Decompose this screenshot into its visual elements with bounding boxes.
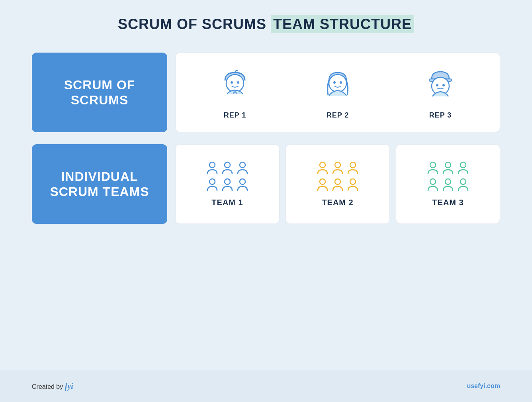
svg-point-14 — [225, 179, 230, 184]
team1-person-icon — [206, 178, 219, 192]
team3-person-icon — [426, 161, 439, 175]
rep2-label: REP 2 — [327, 111, 349, 120]
team-cards-container: TEAM 1 — [175, 144, 500, 224]
svg-point-20 — [335, 179, 340, 184]
team1-person-icon — [236, 161, 249, 175]
footer-brand: fyi — [65, 382, 73, 390]
main-content: SCRUM OF SCRUMS TEAM STRUCTURE SCRUM OFS… — [0, 0, 532, 370]
svg-point-25 — [430, 179, 436, 184]
svg-point-8 — [436, 84, 438, 86]
individual-scrum-teams-label: INDIVIDUALSCRUM TEAMS — [50, 169, 149, 200]
team3-person-icon — [442, 161, 454, 175]
team3-label: TEAM 3 — [432, 198, 464, 207]
team1-label: TEAM 1 — [211, 198, 243, 207]
svg-point-10 — [209, 162, 215, 168]
svg-point-17 — [335, 162, 340, 168]
svg-point-22 — [430, 162, 436, 168]
svg-point-0 — [226, 75, 244, 92]
team3-person-icon — [457, 178, 469, 192]
rep1-label: REP 1 — [224, 111, 246, 120]
svg-point-1 — [231, 81, 233, 84]
individual-scrum-teams-row: INDIVIDUALSCRUM TEAMS — [32, 144, 500, 224]
team3-icons-grid — [426, 161, 469, 192]
svg-point-23 — [445, 162, 451, 168]
team2-person-icon — [331, 161, 344, 175]
svg-point-4 — [333, 81, 336, 84]
svg-point-27 — [460, 179, 466, 184]
svg-point-2 — [237, 81, 239, 84]
svg-point-3 — [329, 75, 346, 92]
team1-person-icon — [206, 161, 219, 175]
team2-icons-grid — [316, 161, 359, 192]
footer: Created by fyi usefyi.com — [0, 370, 532, 402]
svg-point-24 — [460, 162, 466, 168]
svg-point-11 — [225, 162, 230, 168]
rep3-card: REP 3 — [421, 65, 460, 120]
team2-person-icon — [346, 178, 359, 192]
page-title: SCRUM OF SCRUMS TEAM STRUCTURE — [118, 16, 414, 33]
svg-point-18 — [350, 162, 356, 168]
team3-person-icon — [426, 178, 439, 192]
team1-person-icon — [221, 161, 234, 175]
team3-card: TEAM 3 — [396, 144, 500, 224]
team2-label: TEAM 2 — [322, 198, 353, 207]
team1-card: TEAM 1 — [175, 144, 280, 224]
rows-container: SCRUM OFSCRUMS — [32, 53, 500, 224]
svg-point-15 — [240, 179, 245, 184]
svg-point-5 — [340, 81, 342, 84]
svg-point-9 — [442, 84, 445, 86]
footer-created-by: Created by fyi — [32, 382, 73, 391]
team1-person-icon — [221, 178, 234, 192]
team3-person-icon — [457, 161, 469, 175]
svg-point-21 — [350, 179, 356, 184]
rep3-icon — [421, 65, 460, 105]
reps-cards-container: REP 1 — [175, 53, 500, 132]
title-part1: SCRUM OF SCRUMS — [118, 16, 266, 32]
svg-point-19 — [320, 179, 325, 184]
svg-point-13 — [209, 179, 215, 184]
rep1-card: REP 1 — [215, 65, 255, 120]
footer-website: usefyi.com — [467, 382, 500, 390]
team1-person-icon — [236, 178, 249, 192]
scrum-of-scrums-row: SCRUM OFSCRUMS — [32, 53, 500, 132]
svg-point-26 — [445, 179, 451, 184]
team1-icons-grid — [206, 161, 249, 192]
team2-card: TEAM 2 — [286, 144, 390, 224]
individual-scrum-teams-label-box: INDIVIDUALSCRUM TEAMS — [32, 144, 167, 224]
team3-person-icon — [442, 178, 454, 192]
team2-person-icon — [346, 161, 359, 175]
svg-point-16 — [320, 162, 325, 168]
rep1-icon — [215, 65, 255, 105]
rep2-card: REP 2 — [318, 65, 358, 120]
team2-person-icon — [316, 178, 329, 192]
scrum-of-scrums-label: SCRUM OFSCRUMS — [64, 77, 135, 108]
scrum-of-scrums-label-box: SCRUM OFSCRUMS — [32, 53, 167, 132]
team2-person-icon — [316, 161, 329, 175]
svg-point-12 — [240, 162, 245, 168]
team2-person-icon — [331, 178, 344, 192]
rep2-icon — [318, 65, 358, 105]
rep3-label: REP 3 — [429, 111, 452, 120]
title-part2: TEAM STRUCTURE — [271, 15, 414, 33]
